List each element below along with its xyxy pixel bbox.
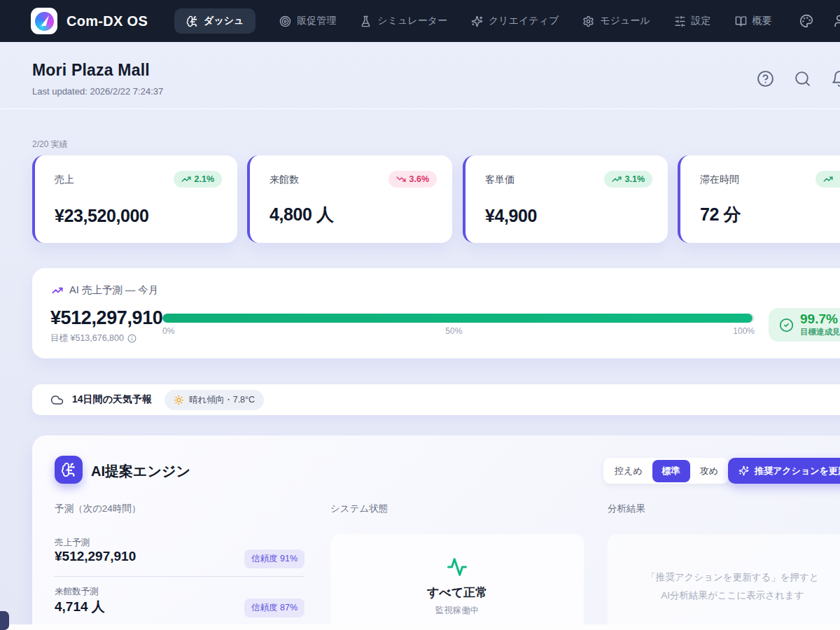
forecast-title: AI 売上予測 — 今月 <box>69 284 158 297</box>
kpi-section-label: 2/20 実績 <box>32 139 68 150</box>
horizontal-scrollbar-track[interactable] <box>0 624 840 630</box>
confidence-badge: 信頼度 91% <box>244 550 304 568</box>
mode-aggressive[interactable]: 攻め <box>692 460 727 482</box>
last-updated: Last updated: 2026/2/22 7:24:37 <box>32 86 163 97</box>
scale-mid: 50% <box>445 326 462 336</box>
mode-standard[interactable]: 標準 <box>652 460 690 482</box>
info-icon[interactable] <box>127 334 136 343</box>
sliders-icon <box>674 15 686 27</box>
kpi-delta-badge: 3.1% <box>604 171 653 188</box>
system-substatus-text: 監視稼働中 <box>435 605 479 617</box>
search-icon[interactable] <box>794 70 811 88</box>
analysis-column-title: 分析結果 <box>608 503 840 515</box>
kpi-delta-value: 2.1% <box>195 174 215 184</box>
update-button-label: 推奨アクションを更新する <box>755 465 840 477</box>
kpi-label: 滞在時間 <box>700 174 739 186</box>
forecast-row-visitors: 来館数予測 4,714 人 信頼度 87% <box>55 577 304 626</box>
page-header: Mori Plaza Mall Last updated: 2026/2/22 … <box>0 42 840 109</box>
kpi-delta-badge: 3.6% <box>388 171 438 188</box>
brand-name: Com-DX OS <box>66 13 148 29</box>
weather-summary-pill: 晴れ傾向・7.8°C <box>164 390 264 410</box>
kpi-label: 売上 <box>55 174 74 186</box>
forecast-progress-bar <box>162 314 755 323</box>
row-value: 4,714 人 <box>55 598 105 616</box>
kpi-delta-badge <box>816 171 840 188</box>
forecast-target: 目標 ¥513,676,800 <box>50 332 136 344</box>
brand[interactable]: Com-DX OS <box>31 8 148 34</box>
dashboard-page: Com-DX OS ダッシュ 販促管理 シミュレーター クリエイティブ モジュー… <box>0 0 840 630</box>
palette-icon[interactable] <box>799 14 813 28</box>
nav-item-label: 設定 <box>692 15 711 27</box>
ai-engine-title: AI提案エンジン <box>91 462 190 481</box>
check-circle-icon <box>779 318 794 332</box>
scale-start: 0% <box>162 326 174 336</box>
forecast-progress-fill <box>162 314 752 323</box>
nav-item-label: モジュール <box>600 15 650 27</box>
trend-down-icon <box>396 174 406 184</box>
trend-up-icon <box>612 174 622 184</box>
nav-item-label: 販促管理 <box>297 15 336 27</box>
sparkles-icon <box>471 15 483 27</box>
row-label: 来館数予測 <box>55 586 99 598</box>
nav-item-promotion[interactable]: 販促管理 <box>279 15 336 27</box>
forecast-scale: 0% 50% 100% <box>162 326 755 336</box>
achievement-percent: 99.7% <box>800 312 840 327</box>
nav-item-overview[interactable]: 概要 <box>735 15 772 27</box>
row-label: 売上予測 <box>55 537 90 549</box>
ai-engine-card: AI提案エンジン 控えめ 標準 攻め 推奨アクションを更新する 予測（次の24時… <box>32 435 840 630</box>
kpi-card-dwell-time[interactable]: 滞在時間 72 分 <box>678 155 840 243</box>
gear-icon <box>582 15 594 27</box>
kpi-delta-value: 3.6% <box>410 174 430 184</box>
cloud-icon <box>50 393 64 407</box>
sun-icon <box>174 395 184 405</box>
weather-forecast-bar[interactable]: 14日間の天気予報 晴れ傾向・7.8°C <box>32 384 840 415</box>
nav-item-creative[interactable]: クリエイティブ <box>471 15 559 27</box>
nav-item-settings[interactable]: 設定 <box>674 15 711 27</box>
mode-conservative[interactable]: 控えめ <box>606 460 651 482</box>
kpi-card-avg-spend[interactable]: 客単価 3.1% ¥4,900 <box>463 155 668 243</box>
kpi-delta-value: 3.1% <box>625 174 645 184</box>
forecast-column-title: 予測（次の24時間） <box>55 503 304 515</box>
kpi-value: 72 分 <box>700 203 741 226</box>
confidence-badge: 信頼度 87% <box>244 598 304 617</box>
ai-sales-forecast-card: AI 売上予測 — 今月 ¥512,297,910 目標 ¥513,676,80… <box>32 268 840 358</box>
kpi-card-visitors[interactable]: 来館数 3.6% 4,800 人 <box>247 155 452 243</box>
bell-icon <box>831 70 840 88</box>
kpi-value: 4,800 人 <box>270 203 334 226</box>
kpi-delta-badge: 2.1% <box>174 171 223 188</box>
top-nav: Com-DX OS ダッシュ 販促管理 シミュレーター クリエイティブ モジュー… <box>0 0 840 42</box>
sparkles-icon <box>738 465 749 476</box>
notifications-button[interactable] <box>831 70 840 88</box>
row-value: ¥512,297,910 <box>55 549 136 564</box>
user-icon[interactable] <box>832 14 840 28</box>
mode-segmented-control: 控えめ 標準 攻め <box>603 458 729 484</box>
forecast-header: AI 売上予測 — 今月 <box>52 284 158 297</box>
nav-item-label: ダッシュ <box>204 15 244 27</box>
nav-item-label: 概要 <box>752 15 772 27</box>
nav-item-modules[interactable]: モジュール <box>582 15 650 27</box>
weather-summary: 晴れ傾向・7.8°C <box>189 394 255 406</box>
kpi-label: 来館数 <box>270 174 299 186</box>
trend-up-icon <box>823 174 833 184</box>
corner-fab-partial[interactable] <box>0 611 9 630</box>
system-status-card: すべて正常 監視稼働中 <box>330 534 584 630</box>
ai-engine-icon <box>55 456 83 484</box>
app-logo-icon <box>31 8 57 34</box>
achievement-chip: 99.7% 目標達成見込み <box>769 308 840 342</box>
scale-end: 100% <box>733 326 755 336</box>
target-icon <box>279 15 291 27</box>
activity-icon <box>447 556 468 578</box>
kpi-card-sales[interactable]: 売上 2.1% ¥23,520,000 <box>32 155 237 243</box>
nav-item-label: シミュレーター <box>377 15 447 27</box>
trend-up-icon <box>52 285 63 296</box>
nav-item-dashboard[interactable]: ダッシュ <box>174 8 255 34</box>
forecast-row-sales: 売上予測 ¥512,297,910 信頼度 91% <box>55 528 304 577</box>
nav-item-simulator[interactable]: シミュレーター <box>360 15 447 27</box>
kpi-value: ¥4,900 <box>485 206 537 226</box>
analysis-column: 分析結果 「推奨アクションを更新する」を押すと AI分析結果がここに表示されます <box>608 503 840 630</box>
help-icon[interactable] <box>757 70 774 88</box>
kpi-value: ¥23,520,000 <box>55 206 149 226</box>
forecast-target-label: 目標 ¥513,676,800 <box>50 332 124 344</box>
update-recommendations-button[interactable]: 推奨アクションを更新する <box>728 458 840 484</box>
forecast-column: 予測（次の24時間） 売上予測 ¥512,297,910 信頼度 91% 来館数… <box>55 503 304 626</box>
